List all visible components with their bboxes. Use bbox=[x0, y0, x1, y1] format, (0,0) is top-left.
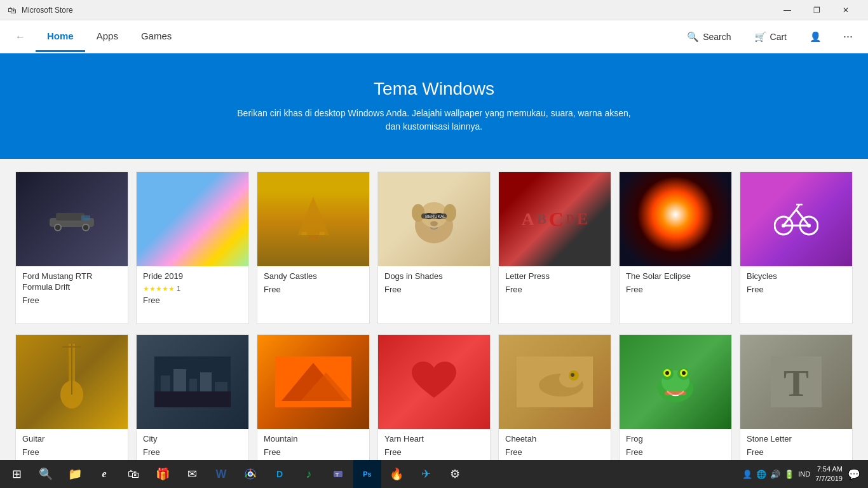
taskbar-app13[interactable]: 🔥 bbox=[383, 460, 410, 488]
product-name-cheetah: Cheetah bbox=[505, 434, 604, 445]
cart-button[interactable]: 🛒 Cart bbox=[748, 27, 793, 46]
svg-rect-6 bbox=[308, 235, 318, 241]
product-price-solar-eclipse: Free bbox=[626, 285, 725, 294]
svg-rect-54 bbox=[665, 391, 686, 395]
product-name-stone-letter: Stone Letter bbox=[747, 434, 846, 445]
product-image-cheetah bbox=[499, 335, 611, 429]
product-image-yarn-heart bbox=[378, 335, 490, 429]
product-price-mountain: Free bbox=[264, 447, 363, 457]
product-card-ford-mustang[interactable]: Ford Mustang RTR Formula Drift Free bbox=[15, 172, 128, 324]
taskbar-date-display: 7/7/2019 bbox=[815, 474, 843, 484]
hero-banner: Tema Windows Berikan ciri khas di deskto… bbox=[0, 53, 868, 159]
product-grid-row2: Guitar Free City Free bbox=[15, 334, 853, 477]
svg-rect-37 bbox=[154, 391, 231, 407]
product-image-stone-letter: T bbox=[740, 335, 852, 429]
taskbar-dashlane[interactable]: D bbox=[266, 460, 294, 488]
product-card-sandy-castles[interactable]: Sandy Castles Free bbox=[257, 172, 370, 324]
user-button[interactable]: 👤 bbox=[803, 27, 828, 46]
product-card-solar-eclipse[interactable]: The Solar Eclipse Free bbox=[619, 172, 732, 324]
svg-point-2 bbox=[55, 224, 61, 231]
product-card-mountain[interactable]: Mountain Free bbox=[257, 334, 370, 477]
product-info-sandy-castles: Sandy Castles Free bbox=[257, 266, 369, 323]
taskbar-lang: IND bbox=[798, 470, 810, 478]
product-info-letter-press: Letter Press Free bbox=[499, 266, 611, 323]
product-price-sandy-castles: Free bbox=[264, 285, 363, 294]
product-rating-pride-2019: ★★★★★ 1 bbox=[143, 285, 242, 293]
maximize-button[interactable]: ❐ bbox=[802, 0, 831, 20]
svg-point-12 bbox=[444, 204, 456, 222]
product-card-cheetah[interactable]: Cheetah Free bbox=[498, 334, 611, 477]
taskbar-notification[interactable]: 💬 bbox=[848, 468, 860, 480]
taskbar-photoshop[interactable]: Ps bbox=[353, 460, 381, 488]
taskbar-store[interactable]: 🛍 bbox=[119, 460, 147, 488]
nav-home[interactable]: Home bbox=[36, 22, 85, 52]
search-label: Search bbox=[703, 32, 731, 42]
close-button[interactable]: ✕ bbox=[831, 0, 860, 20]
product-name-pride-2019: Pride 2019 bbox=[143, 271, 242, 282]
taskbar-file-explorer[interactable]: 📁 bbox=[61, 460, 89, 488]
product-card-dogs-in-shades[interactable]: BERUKAL Dogs in Shades Free bbox=[377, 172, 491, 324]
product-name-frog: Frog bbox=[626, 434, 725, 445]
svg-point-45 bbox=[571, 373, 574, 377]
product-price-yarn-heart: Free bbox=[384, 447, 484, 457]
taskbar-mail[interactable]: ✉ bbox=[178, 460, 206, 488]
nav-games[interactable]: Games bbox=[130, 22, 183, 52]
nav-apps[interactable]: Apps bbox=[85, 22, 130, 52]
product-name-dogs-in-shades: Dogs in Shades bbox=[384, 271, 484, 282]
product-image-sandy-castles bbox=[257, 172, 369, 266]
product-card-stone-letter[interactable]: T Stone Letter Free bbox=[740, 334, 853, 477]
window-controls: — ❐ ✕ bbox=[773, 0, 860, 20]
product-info-solar-eclipse: The Solar Eclipse Free bbox=[620, 266, 731, 323]
back-button[interactable]: ← bbox=[10, 26, 31, 48]
product-image-pride-2019 bbox=[137, 172, 248, 266]
taskbar-chrome[interactable] bbox=[236, 460, 264, 488]
product-price-dogs-in-shades: Free bbox=[384, 285, 484, 294]
svg-point-25 bbox=[782, 224, 785, 227]
taskbar-start[interactable]: ⊞ bbox=[3, 460, 31, 488]
svg-rect-8 bbox=[320, 232, 325, 235]
svg-rect-4 bbox=[81, 215, 90, 220]
taskbar-time-display: 7:54 AM bbox=[815, 464, 843, 474]
taskbar-spotify[interactable]: ♪ bbox=[295, 460, 323, 488]
more-button[interactable]: ··· bbox=[838, 27, 858, 46]
product-card-pride-2019[interactable]: Pride 2019 ★★★★★ 1 Free bbox=[136, 172, 249, 324]
product-card-frog[interactable]: Frog Free bbox=[619, 334, 732, 477]
svg-text:T: T bbox=[336, 472, 339, 478]
taskbar-settings[interactable]: ⚙ bbox=[441, 460, 469, 488]
svg-text:BERUKAL: BERUKAL bbox=[425, 214, 446, 219]
svg-point-16 bbox=[430, 221, 438, 226]
product-price-ford-mustang: Free bbox=[22, 295, 121, 305]
taskbar-datetime: 7:54 AM 7/7/2019 bbox=[815, 464, 843, 484]
app-icon: 🛍 bbox=[8, 5, 17, 15]
svg-point-3 bbox=[83, 224, 89, 231]
product-card-bicycles[interactable]: Bicycles Free bbox=[740, 172, 853, 324]
svg-marker-5 bbox=[297, 197, 329, 235]
product-card-letter-press[interactable]: A B C D E Letter Press Free bbox=[498, 172, 611, 324]
search-button[interactable]: 🔍 Search bbox=[681, 27, 737, 46]
taskbar-telegram[interactable]: ✈ bbox=[412, 460, 440, 488]
product-name-sandy-castles: Sandy Castles bbox=[264, 271, 363, 282]
product-card-guitar[interactable]: Guitar Free bbox=[15, 334, 128, 477]
product-card-yarn-heart[interactable]: Yarn Heart Free bbox=[377, 334, 491, 477]
user-icon: 👤 bbox=[810, 31, 822, 43]
cart-icon: 🛒 bbox=[754, 31, 766, 43]
nav-right: 🔍 Search 🛒 Cart 👤 ··· bbox=[681, 27, 858, 46]
taskbar-edge[interactable]: e bbox=[90, 460, 118, 488]
taskbar-word[interactable]: W bbox=[207, 460, 235, 488]
product-price-guitar: Free bbox=[22, 447, 121, 457]
product-card-city[interactable]: City Free bbox=[136, 334, 249, 477]
taskbar-gifts[interactable]: 🎁 bbox=[149, 460, 177, 488]
product-image-letter-press: A B C D E bbox=[499, 172, 611, 266]
product-name-ford-mustang: Ford Mustang RTR Formula Drift bbox=[22, 271, 121, 293]
taskbar-battery-icon: 🔋 bbox=[784, 470, 794, 479]
product-price-frog: Free bbox=[626, 447, 725, 457]
taskbar-right: 👤 🌐 🔊 🔋 IND 7:54 AM 7/7/2019 💬 bbox=[737, 464, 865, 484]
product-info-dogs-in-shades: Dogs in Shades Free bbox=[378, 266, 490, 323]
minimize-button[interactable]: — bbox=[773, 0, 802, 20]
product-image-frog bbox=[620, 335, 731, 429]
taskbar-teams[interactable]: T bbox=[324, 460, 352, 488]
product-grid-row1: Ford Mustang RTR Formula Drift Free Prid… bbox=[15, 172, 853, 324]
product-name-yarn-heart: Yarn Heart bbox=[384, 434, 484, 445]
svg-point-59 bbox=[249, 473, 252, 476]
taskbar-search[interactable]: 🔍 bbox=[32, 460, 60, 488]
